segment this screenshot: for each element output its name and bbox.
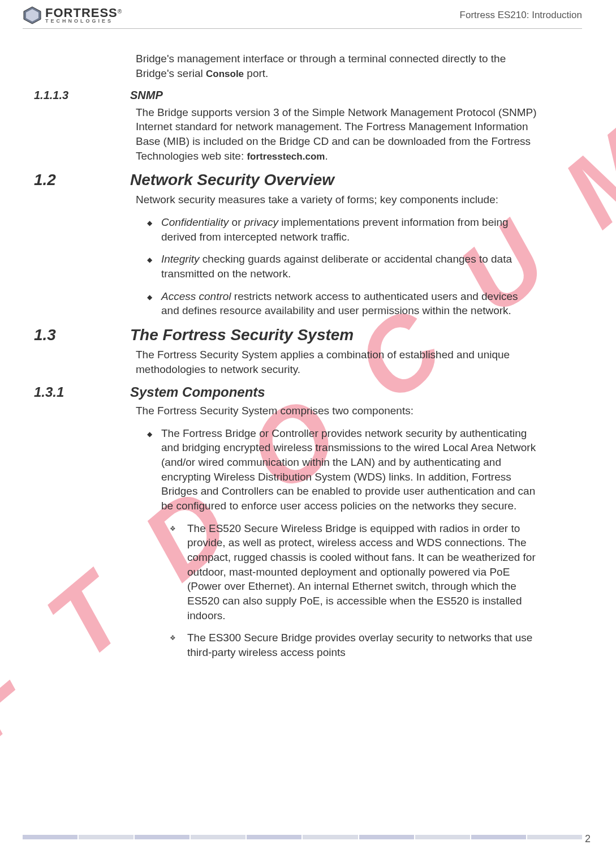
section-1-1-1-3: 1.1.1.3 SNMP	[34, 89, 582, 102]
intro-fragment: Bridge's management interface or through…	[136, 52, 537, 81]
list-item: ◆ Access control restricts network acces…	[147, 289, 537, 318]
page-number: 2	[585, 833, 591, 845]
page-content: FORTRESS® TECHNOLOGIES Fortress ES210: I…	[0, 0, 616, 659]
header-title: Fortress ES210: Introduction	[460, 10, 582, 21]
section-1-3-1: 1.3.1 System Components	[34, 384, 582, 400]
section-1-2: 1.2 Network Security Overview	[34, 171, 582, 189]
bullet-icon: ◆	[147, 289, 152, 318]
section-1-3: 1.3 The Fortress Security System	[34, 326, 582, 344]
footer-divider	[23, 835, 582, 839]
logo-subtext: TECHNOLOGIES	[45, 19, 122, 23]
sub-bullet-icon: ❖	[170, 521, 176, 623]
section-title: SNMP	[130, 89, 163, 102]
section-title: Network Security Overview	[130, 171, 334, 189]
logo-icon	[23, 6, 42, 25]
section-title: The Fortress Security System	[130, 326, 354, 344]
sub-bullet-icon: ❖	[170, 631, 176, 659]
section-number: 1.3.1	[34, 384, 113, 400]
snmp-body: The Bridge supports version 3 of the Sim…	[136, 105, 537, 164]
list-item: ◆ Integrity checking guards against deli…	[147, 252, 537, 281]
bullet-icon: ◆	[147, 215, 152, 244]
sub-list-item: ❖ The ES520 Secure Wireless Bridge is eq…	[170, 521, 537, 623]
section-number: 1.3	[34, 326, 113, 344]
list-item: ◆ The Fortress Bridge or Controller prov…	[147, 426, 537, 513]
logo-registered: ®	[118, 8, 122, 15]
section-number: 1.1.1.3	[34, 89, 113, 102]
bullet-icon: ◆	[147, 252, 152, 281]
sub-list-item: ❖ The ES300 Secure Bridge provides overl…	[170, 631, 537, 659]
logo: FORTRESS® TECHNOLOGIES	[23, 6, 122, 25]
section-title: System Components	[130, 384, 265, 400]
page-header: FORTRESS® TECHNOLOGIES Fortress ES210: I…	[23, 0, 582, 29]
sec131-intro: The Fortress Security System comprises t…	[136, 404, 537, 418]
sec12-intro: Network security measures take a variety…	[136, 192, 537, 207]
sec13-body: The Fortress Security System applies a c…	[136, 348, 537, 376]
bullet-icon: ◆	[147, 426, 152, 513]
section-number: 1.2	[34, 171, 113, 189]
list-item: ◆ Confidentiality or privacy implementat…	[147, 215, 537, 244]
